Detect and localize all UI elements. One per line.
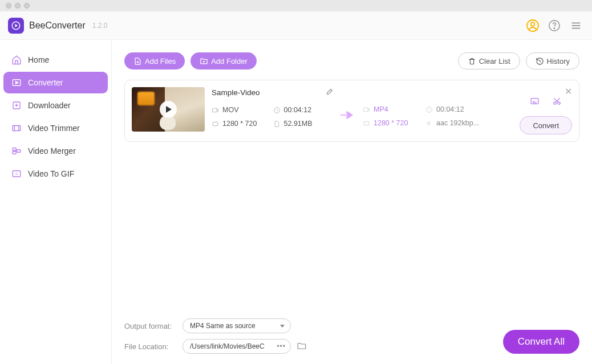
source-format: MOV [212,106,273,114]
source-resolution: 1280 * 720 [212,120,273,128]
subtitle-button[interactable] [530,96,540,108]
merger-icon [11,146,22,156]
sidebar-item-label: Converter [28,78,63,87]
gif-icon: G [11,169,22,179]
account-button[interactable] [525,18,541,34]
svg-rect-15 [13,148,16,151]
open-folder-button[interactable] [297,341,307,353]
sidebar-item-gif[interactable]: G Video To GIF [3,163,108,185]
play-icon [160,101,177,118]
video-icon [363,106,370,113]
app-logo [8,18,24,34]
history-button[interactable]: History [526,52,579,69]
converter-icon [11,77,22,88]
remove-item-button[interactable]: ✕ [565,86,572,97]
svg-rect-22 [213,122,218,126]
output-format-dropdown[interactable]: MP4 Same as source [183,318,291,333]
help-button[interactable] [546,18,562,34]
clear-list-button[interactable]: Clear List [458,52,520,69]
sidebar: Home Converter Downloader Video Trimmer … [0,40,112,364]
sidebar-item-label: Video To GIF [28,169,74,178]
add-files-button[interactable]: Add Files [124,52,185,69]
main-area: Add Files Add Folder Clear List History … [112,40,592,364]
clear-list-label: Clear List [479,57,510,66]
home-icon [11,55,22,65]
svg-rect-16 [13,152,16,154]
resolution-icon [212,120,219,128]
trimmer-icon [11,123,22,133]
sidebar-item-downloader[interactable]: Downloader [3,95,108,116]
svg-point-5 [554,27,554,28]
app-version: 1.2.0 [92,22,108,30]
clock-icon [273,107,281,114]
target-duration: 00:04:12 [425,105,494,113]
svg-rect-20 [213,108,217,112]
target-audio: aac 192kbp... [425,119,494,127]
convert-all-button[interactable]: Convert All [503,330,579,354]
history-label: History [547,57,570,66]
sidebar-item-trimmer[interactable]: Video Trimmer [3,117,108,139]
target-format[interactable]: MP4 [363,105,425,113]
svg-marker-1 [15,24,18,27]
target-resolution[interactable]: 1280 * 720 [363,119,425,127]
svg-point-3 [531,22,534,26]
sidebar-item-label: Video Merger [28,146,76,156]
add-folder-label: Add Folder [211,57,248,66]
svg-text:G: G [15,172,18,175]
file-location-label: File Location: [124,342,183,351]
menu-button[interactable] [568,18,584,34]
rename-button[interactable] [326,87,334,98]
filename: Sample-Video [212,88,326,97]
download-icon [11,100,22,111]
svg-rect-17 [17,150,21,153]
file-location-field[interactable]: /Users/link/Movies/BeeC ••• [183,339,291,354]
sidebar-item-converter[interactable]: Converter [3,72,108,93]
toolbar: Add Files Add Folder Clear List History [124,52,579,69]
footer: Output format: MP4 Same as source File L… [124,318,579,354]
resolution-icon [363,120,370,127]
app-header: BeeConverter 1.2.0 [0,11,592,40]
window-titlebar [0,0,592,11]
trim-button[interactable] [552,96,562,108]
audio-icon [425,120,433,127]
close-window-dot[interactable] [6,3,11,9]
arrow-icon [334,87,363,120]
svg-rect-25 [364,121,369,125]
add-files-label: Add Files [145,57,176,66]
output-format-label: Output format: [124,322,183,330]
source-filesize: 52.91MB [273,120,335,128]
source-duration: 00:04:12 [273,106,335,114]
video-thumbnail[interactable] [132,87,205,132]
clock-icon [425,106,433,113]
app-name: BeeConverter [29,21,86,31]
svg-rect-23 [364,108,368,112]
maximize-window-dot[interactable] [24,3,30,9]
video-icon [212,107,219,114]
sidebar-item-label: Video Trimmer [28,124,80,133]
sidebar-item-merger[interactable]: Video Merger [3,140,108,162]
svg-rect-12 [13,126,21,131]
sidebar-item-home[interactable]: Home [3,49,108,71]
add-folder-button[interactable]: Add Folder [190,52,257,69]
sidebar-item-label: Downloader [28,101,71,110]
file-icon [273,120,281,128]
sidebar-item-label: Home [28,55,49,64]
convert-button[interactable]: Convert [520,116,572,134]
minimize-window-dot[interactable] [15,3,21,9]
more-button[interactable]: ••• [273,342,286,350]
svg-marker-10 [16,81,19,84]
conversion-item: ✕ Sample-Video MOV 00:04:12 [124,80,579,142]
